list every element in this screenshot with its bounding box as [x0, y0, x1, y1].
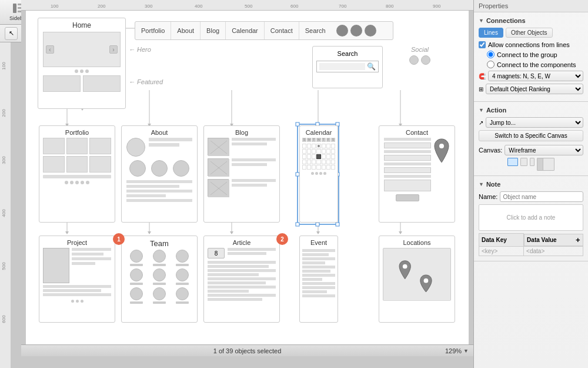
home-page[interactable]: Home ‹ › [38, 18, 126, 109]
social-title: Social [411, 46, 429, 53]
canvas-label: Canvas: [479, 147, 502, 154]
zoom-control[interactable]: 129% ▼ [445, 347, 469, 354]
svg-point-103 [439, 144, 444, 148]
name-label: Name: [479, 193, 497, 200]
nav-contact[interactable]: Contact [265, 22, 299, 39]
svg-point-106 [424, 279, 429, 283]
about-title: About [122, 126, 197, 138]
horizontal-ruler: 100 200 300 400 500 600 700 800 900 [21, 0, 473, 11]
lines-button[interactable]: Lines [479, 28, 503, 38]
nav-blog[interactable]: Blog [201, 22, 226, 39]
canvas-area[interactable]: 100 200 300 400 500 600 700 800 900 [21, 0, 473, 356]
note-area[interactable]: Click to add a note [479, 204, 583, 231]
zoom-dropdown-icon[interactable]: ▼ [463, 348, 469, 354]
nav-about[interactable]: About [171, 22, 201, 39]
svg-marker-84 [399, 231, 402, 234]
status-text: 1 of 39 objects selected [213, 347, 282, 354]
project-page[interactable]: Project [39, 236, 115, 323]
svg-marker-80 [230, 231, 233, 234]
contact-page[interactable]: Contact [379, 125, 455, 223]
magnet-icon: 🧲 [479, 73, 486, 79]
social-box[interactable]: Social [396, 46, 443, 69]
data-key-cell[interactable]: <key> [479, 246, 524, 256]
svg-text:200: 200 [1, 109, 6, 117]
connect-components-row: Connect to the components [487, 61, 583, 68]
svg-text:900: 900 [433, 4, 441, 9]
about-page[interactable]: About [121, 125, 198, 223]
event-title: Event [300, 236, 338, 248]
ranking-select[interactable]: Default Object Ranking [486, 84, 583, 94]
switch-canvas-button[interactable]: Switch to a Specific Canvas [479, 130, 583, 141]
note-title: Note [479, 181, 583, 188]
nav-calendar[interactable]: Calendar [226, 22, 265, 39]
action-section: Action ↗ Jump to... Switch to a Specific… [474, 102, 588, 176]
allow-connections-check[interactable] [479, 41, 486, 48]
connect-group-radio[interactable] [487, 51, 495, 58]
data-value-cell[interactable]: <data> [524, 246, 583, 256]
pointer-tool[interactable]: ↖ [5, 27, 18, 40]
badge-2: 2 [276, 233, 288, 245]
team-page[interactable]: Team [121, 236, 198, 323]
event-page[interactable]: Event [299, 236, 338, 323]
data-table: Data Key Data Value + <key> <data> [479, 233, 583, 256]
device-previews [479, 158, 583, 171]
status-bar: 1 of 39 objects selected 129% ▼ [21, 344, 473, 356]
contact-title: Contact [379, 126, 455, 138]
portfolio-page[interactable]: Portfolio [39, 125, 115, 223]
multi-preview[interactable] [537, 158, 554, 171]
magnets-select[interactable]: 4 magnets: N, S, E, W [488, 71, 583, 81]
svg-marker-82 [316, 231, 320, 234]
search-icon: 🔍 [367, 62, 376, 71]
jump-icon: ↗ [479, 120, 483, 126]
svg-text:500: 500 [245, 4, 253, 9]
allow-connections-label: Allow connections from lines [488, 41, 570, 48]
jump-to-row: ↗ Jump to... [479, 117, 583, 128]
note-placeholder: Click to add a note [507, 214, 556, 221]
canvas-select[interactable]: Wireframe [505, 145, 583, 155]
other-objects-button[interactable]: Other Objects [506, 28, 553, 38]
tablet-preview[interactable] [520, 158, 527, 166]
action-title: Action [479, 107, 583, 114]
svg-text:500: 500 [1, 262, 6, 270]
jump-to-select[interactable]: Jump to... [486, 117, 583, 128]
locations-page[interactable]: Locations [379, 236, 455, 323]
connect-components-radio[interactable] [487, 61, 495, 68]
nav-portfolio[interactable]: Portfolio [135, 22, 171, 39]
search-title: Search [316, 50, 379, 57]
blog-page[interactable]: Blog [203, 125, 280, 223]
home-carousel: ‹ › [43, 32, 121, 67]
svg-rect-0 [13, 4, 16, 13]
svg-text:300: 300 [1, 156, 6, 164]
add-data-row-button[interactable]: + [576, 236, 580, 244]
connect-group-row: Connect to the group [487, 51, 583, 58]
svg-text:100: 100 [1, 62, 6, 70]
calendar-page[interactable]: Calendar S M T W T F S [299, 125, 338, 223]
canvas-content: Home ‹ › [26, 11, 469, 352]
hero-label: ← Hero [129, 46, 151, 53]
zoom-value: 129% [445, 347, 462, 354]
portfolio-title: Portfolio [39, 126, 115, 138]
article-page[interactable]: Article 8 [203, 236, 280, 323]
connections-title: Connections [479, 17, 583, 24]
svg-marker-78 [148, 231, 151, 234]
home-title: Home [38, 18, 125, 32]
project-title: Project [39, 236, 115, 248]
svg-rect-104 [383, 250, 450, 301]
data-key-header: Data Key [479, 234, 524, 247]
svg-marker-76 [65, 231, 69, 234]
locations-title: Locations [379, 236, 455, 248]
mobile-preview[interactable] [530, 158, 534, 166]
desktop-preview[interactable] [507, 158, 518, 166]
main-area: 100 200 300 400 500 600 100 200 300 400 … [0, 42, 588, 368]
nav-bar[interactable]: Portfolio About Blog Calendar Contact Se… [135, 21, 393, 40]
nav-search[interactable]: Search [299, 22, 332, 39]
svg-rect-86 [296, 122, 299, 126]
svg-rect-93 [336, 223, 339, 226]
name-input[interactable] [500, 191, 583, 202]
name-row: Name: [479, 191, 583, 202]
ranking-icon: ⊞ [479, 86, 483, 92]
search-box[interactable]: Search 🔍 [312, 46, 383, 88]
ranking-row: ⊞ Default Object Ranking [479, 84, 583, 94]
svg-text:700: 700 [339, 4, 347, 9]
badge-1: 1 [113, 233, 125, 245]
